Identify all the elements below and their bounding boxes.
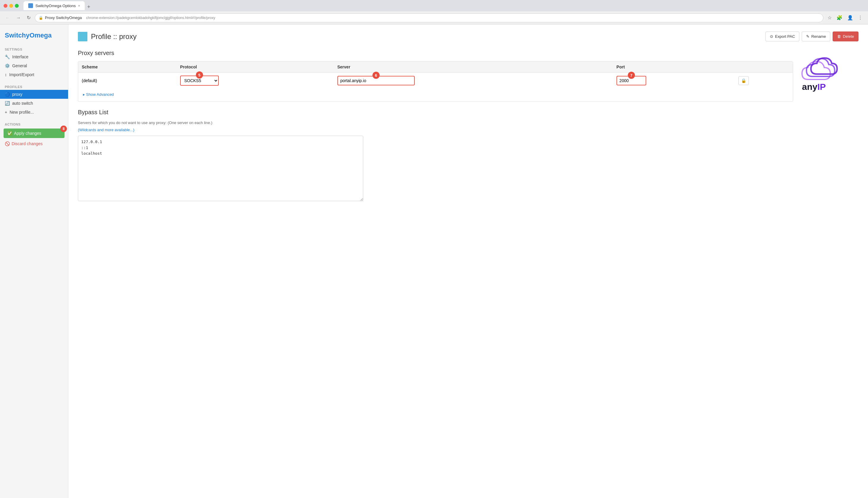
proxy-icon: 🔵 [5,92,10,97]
tab-favicon-icon [28,3,33,8]
rename-btn[interactable]: ✎ Rename [802,31,830,41]
apply-badge: 8 [60,126,67,132]
rename-label: Rename [811,34,826,39]
proxy-row: (default) 5 SOCKS5 SOCKS4 HTTP [78,73,793,89]
lock-btn[interactable]: 🔒 [738,76,749,85]
scheme-cell: (default) [78,73,177,89]
step-5-badge: 5 [196,71,203,79]
settings-section-label: SETTINGS [0,45,68,52]
sidebar-item-importexport[interactable]: ↕️ Import/Export [0,70,68,79]
proxy-servers-title: Proxy servers [78,50,793,56]
protocol-input-wrapper: 5 SOCKS5 SOCKS4 HTTP HTTPS [180,76,219,86]
back-btn[interactable]: ← [3,14,12,22]
wildcards-link[interactable]: (Wildcards and more available...) [78,128,134,132]
server-header: Server [334,62,613,73]
sidebar-item-interface[interactable]: 🔧 Interface [0,52,68,61]
tab-bar: SwitchyOmega Options × + [21,1,95,10]
export-pac-label: Export PAC [775,34,795,39]
new-tab-btn[interactable]: + [85,4,93,10]
arrows-icon: ↕️ [5,72,7,77]
export-icon: ⊙ [770,34,773,39]
rename-icon: ✎ [806,34,810,39]
address-bar[interactable]: 🔒 Proxy SwitchyOmega chrome-extension://… [35,13,824,22]
show-advanced-btn[interactable]: ▸ Show Advanced [79,90,118,99]
export-pac-btn[interactable]: ⊙ Export PAC [765,31,799,41]
app-logo-text: SwitchyOmega [5,31,52,39]
sidebar-item-autoswitch-label: auto switch [12,101,33,106]
refresh-btn[interactable]: ↻ [25,14,32,22]
sidebar-item-newprofile[interactable]: + New profile... [0,108,68,117]
toolbar-icons: ☆ 🧩 👤 ⋮ [826,14,865,22]
server-cell: 6 [334,73,613,89]
action-header [735,62,793,73]
delete-btn[interactable]: 🗑 Delete [832,31,858,41]
page-title-area: Profile :: proxy [78,32,136,41]
minimize-window-btn[interactable] [9,4,13,8]
discard-icon: 🚫 [5,141,10,146]
tab-close-btn[interactable]: × [78,4,80,8]
port-input-wrapper: 7 [616,76,646,86]
app-logo: SwitchyOmega [0,29,68,45]
menu-btn[interactable]: ⋮ [856,14,865,22]
main-content: Profile :: proxy ⊙ Export PAC ✎ Rename 🗑… [68,24,868,498]
header-actions: ⊙ Export PAC ✎ Rename 🗑 Delete [765,31,858,41]
extension-btn[interactable]: 🧩 [835,14,844,22]
svg-text:anyIP: anyIP [802,82,826,92]
autoswitch-icon: 🔄 [5,101,10,106]
trash-icon: 🗑 [837,34,841,39]
main-body: Proxy servers Scheme Protocol Server Por… [78,50,858,202]
browser-toolbar: ← → ↻ 🔒 Proxy SwitchyOmega chrome-extens… [0,11,868,24]
gear-icon: ⚙️ [5,63,10,68]
discard-changes-label: Discard changes [12,141,42,146]
sidebar-item-general-label: General [12,63,27,68]
browser-titlebar: SwitchyOmega Options × + [0,0,868,11]
protocol-cell: 5 SOCKS5 SOCKS4 HTTP HTTPS [177,73,334,89]
browser-chrome: SwitchyOmega Options × + ← → ↻ 🔒 Proxy S… [0,0,868,24]
close-window-btn[interactable] [3,4,8,8]
step-7-badge: 7 [628,72,635,79]
apply-changes-label: Apply changes [14,131,41,136]
discard-changes-btn[interactable]: 🚫 Discard changes [0,139,68,148]
sidebar-item-autoswitch[interactable]: 🔄 auto switch [0,99,68,108]
server-input-wrapper: 6 [337,76,415,86]
protocol-header: Protocol [177,62,334,73]
sidebar-item-general[interactable]: ⚙️ General [0,61,68,70]
lock-icon: 🔒 [39,16,43,20]
bypass-section: Bypass List Servers for which you do not… [78,109,793,202]
sidebar-item-proxy[interactable]: 🔵 proxy [0,90,68,99]
checkmark-icon: ✅ [7,131,12,136]
sidebar: SwitchyOmega SETTINGS 🔧 Interface ⚙️ Gen… [0,24,68,498]
profiles-section-label: PROFILES [0,83,68,90]
sidebar-item-proxy-label: proxy [12,92,22,97]
anyip-logo-svg: anyIP [796,56,855,97]
apply-changes-btn[interactable]: ✅ Apply changes 8 [3,129,65,138]
url-display-text: Proxy SwitchyOmega chrome-extension://pa… [45,15,819,20]
url-display-label: Proxy SwitchyOmega [45,15,82,20]
traffic-lights [3,4,19,8]
scheme-value: (default) [82,78,97,83]
sidebar-item-importexport-label: Import/Export [9,72,34,77]
browser-tab-active[interactable]: SwitchyOmega Options × [24,1,85,10]
url-full-text: chrome-extension://padekgcemlokbadohgkif… [86,16,215,20]
tab-title: SwitchyOmega Options [36,3,76,8]
sidebar-item-newprofile-label: New profile... [10,110,34,115]
plus-icon: + [5,110,7,115]
port-header: Port [613,62,735,73]
step-6-badge: 6 [372,72,380,79]
scheme-header: Scheme [78,62,177,73]
bypass-textarea[interactable]: 127.0.0.1 ::1 localhost [78,136,363,201]
maximize-window-btn[interactable] [15,4,19,8]
profile-icon [78,32,87,41]
page-title: Profile :: proxy [91,32,136,41]
lock-cell: 🔒 [735,73,793,89]
forward-btn[interactable]: → [14,14,23,22]
wrench-icon: 🔧 [5,54,10,59]
sidebar-item-interface-label: Interface [12,54,28,59]
bookmark-btn[interactable]: ☆ [826,14,833,22]
proxy-table: Scheme Protocol Server Port (default) [78,61,793,102]
right-panel: anyIP [793,50,858,202]
page-header: Profile :: proxy ⊙ Export PAC ✎ Rename 🗑… [78,31,858,41]
delete-label: Delete [843,34,854,39]
profile-btn[interactable]: 👤 [845,14,855,22]
actions-section-label: ACTIONS [0,120,68,127]
